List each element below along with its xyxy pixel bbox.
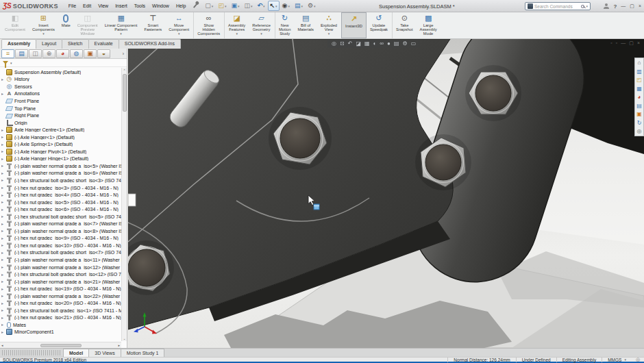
pin-menu-icon[interactable] [193, 3, 197, 8]
forum-icon[interactable]: ↻ [637, 120, 642, 126]
expand-arrow-icon[interactable] [1, 321, 6, 328]
expand-arrow-icon[interactable] [1, 184, 6, 191]
view-settings-icon[interactable]: ⚙ [402, 40, 407, 48]
commandmanager-tab[interactable]: Evaluate [88, 39, 119, 49]
panel-tab[interactable] [1, 49, 14, 58]
tree-item[interactable]: MinorComponent1 [1, 329, 121, 336]
document-tab[interactable]: Model [63, 349, 89, 357]
expand-arrow-icon[interactable] [1, 192, 6, 199]
expand-arrow-icon[interactable] [1, 76, 6, 83]
menu-item[interactable]: Window [149, 0, 173, 12]
tree-item[interactable]: (-) hex nut gradec_iso<3> (ISO - 4034 - … [1, 184, 121, 192]
commandmanager-tab[interactable]: Sketch [62, 39, 88, 49]
expand-arrow-icon[interactable] [1, 221, 6, 227]
solidworks-resources-icon[interactable]: ▣ [636, 111, 642, 117]
tree-item[interactable]: (-) plain washer normal grade a_iso<11> … [1, 256, 121, 264]
expand-arrow-icon[interactable] [1, 242, 6, 249]
close-button[interactable]: × [639, 2, 641, 10]
edit-appearance-icon[interactable]: ● [387, 40, 391, 48]
tree-item[interactable]: (-) hex nut gradec_iso<4> (ISO - 4034 - … [1, 191, 121, 199]
expand-arrow-icon[interactable] [1, 292, 6, 299]
panel-tab[interactable] [29, 49, 42, 58]
expand-arrow-icon[interactable] [1, 300, 6, 307]
panel-tab[interactable] [42, 49, 55, 58]
ribbon-button[interactable]: Update Speedpak [367, 12, 391, 38]
expand-arrow-icon[interactable] [1, 264, 6, 271]
scroll-left-icon[interactable]: ◂ [1, 343, 3, 347]
display-style-icon[interactable]: ◐ [373, 40, 377, 48]
scroll-down-icon[interactable]: ⌄ [122, 336, 127, 341]
menu-item[interactable]: Tools [131, 0, 149, 12]
expand-arrow-icon[interactable] [1, 134, 6, 140]
tree-item[interactable]: (-) plain washer normal grade a_iso<5> (… [1, 162, 121, 170]
open-icon[interactable]: ▾ [216, 1, 228, 11]
expand-arrow-icon[interactable] [1, 90, 6, 97]
undo-icon[interactable]: ▾ [255, 1, 267, 11]
home-icon[interactable]: ⌂ [638, 60, 641, 66]
expand-arrow-icon[interactable] [1, 249, 6, 256]
ribbon-button[interactable]: Assembly Features [224, 12, 249, 38]
tree-item[interactable]: Origin [1, 119, 121, 127]
ribbon-button[interactable]: Reference Geometry [249, 12, 274, 38]
units-dropdown-icon[interactable]: ▾ [624, 358, 626, 362]
commandmanager-tab[interactable]: Assembly [1, 39, 36, 49]
tree-item[interactable]: Front Plane [1, 97, 121, 105]
scroll-right-icon[interactable]: ▸ [118, 343, 120, 347]
save-icon[interactable]: ▾ [229, 1, 241, 11]
scroll-thumb[interactable] [123, 74, 127, 112]
panel-tab[interactable] [84, 49, 97, 58]
options-gear-icon[interactable]: ▾ [306, 1, 318, 11]
expand-arrow-icon[interactable] [1, 314, 6, 321]
tree-item[interactable]: (-) hex nut gradec_iso<5> (ISO - 4034 - … [1, 199, 121, 206]
expand-arrow-icon[interactable] [1, 278, 6, 285]
tree-item[interactable]: (-) Axle Hanger<1> (Default) [1, 134, 121, 141]
expand-arrow-icon[interactable] [1, 206, 6, 213]
tree-item[interactable]: (-) plain washer normal grade a_iso<21> … [1, 278, 121, 286]
panel-tab[interactable] [15, 49, 28, 58]
tree-item[interactable]: (-) hex nut gradec_iso<6> (ISO - 4034 - … [1, 205, 121, 213]
print-icon[interactable]: ▾ [242, 1, 254, 11]
scroll-thumb-horizontal[interactable] [40, 344, 82, 347]
panel-tab[interactable] [56, 49, 69, 58]
previous-view-icon[interactable]: ↶ [348, 40, 353, 48]
tree-item[interactable]: (-) Axle Hanger Hinge<1> (Default) [1, 155, 121, 163]
expand-arrow-icon[interactable] [1, 271, 6, 278]
design-library-icon[interactable]: ▥ [636, 68, 642, 75]
search-type-icon[interactable] [528, 3, 533, 9]
expand-arrow-icon[interactable] [1, 141, 6, 148]
ribbon-button[interactable]: Large Assembly Mode [417, 12, 441, 38]
file-explorer-icon[interactable]: ◰ [636, 77, 642, 83]
tree-item[interactable]: (-) plain washer normal grade a_iso<7> (… [1, 220, 121, 227]
tree-item[interactable]: (-) hex structural bolt gradec short_iso… [1, 249, 121, 257]
ribbon-button[interactable]: Show Hidden Components [193, 12, 223, 38]
ribbon-button[interactable]: Smart Fasteners [140, 12, 165, 38]
ribbon-button[interactable]: Bill of Materials [294, 12, 317, 38]
ribbon-button[interactable]: Exploded View [317, 12, 340, 38]
expand-arrow-icon[interactable] [1, 177, 6, 184]
ribbon-button[interactable]: Move Component [165, 12, 193, 38]
tree-item[interactable]: History [1, 76, 121, 84]
expand-arrow-icon[interactable] [1, 256, 6, 263]
tree-item[interactable]: Top Plane [1, 105, 121, 112]
tree-item[interactable]: (-) plain washer normal grade a_iso<8> (… [1, 227, 121, 235]
tree-item[interactable]: (-) hex structural bolt gradec_iso<1> (I… [1, 307, 121, 314]
filter-funnel-icon[interactable] [3, 61, 8, 64]
expand-arrow-icon[interactable] [1, 155, 6, 162]
restore-button[interactable]: ▢ [630, 2, 634, 10]
ribbon-button[interactable]: Insert Components [29, 12, 58, 38]
tree-item[interactable]: (-) hex structural bolt gradec short_iso… [1, 213, 121, 221]
ribbon-button[interactable]: Instant3D [341, 12, 367, 38]
document-tab[interactable]: Motion Study 1 [121, 349, 165, 357]
menu-item[interactable]: Edit [79, 0, 95, 12]
panel-tab[interactable] [70, 49, 83, 58]
fullscreen-icon[interactable]: ▭ [411, 40, 417, 48]
tree-vertical-scrollbar[interactable]: ⌃ ⌄ [121, 68, 127, 341]
tags-icon[interactable]: ◎ [637, 128, 642, 134]
document-button-2[interactable]: ▫ [616, 40, 617, 47]
ribbon-button[interactable]: Edit Component [1, 12, 29, 38]
minimize-button[interactable]: — [621, 2, 626, 10]
expand-arrow-icon[interactable] [1, 199, 6, 205]
section-view-icon[interactable]: ◪ [356, 40, 361, 48]
document-restore-button[interactable]: ▢ [629, 40, 634, 47]
tree-item[interactable]: Sensors [1, 83, 121, 90]
